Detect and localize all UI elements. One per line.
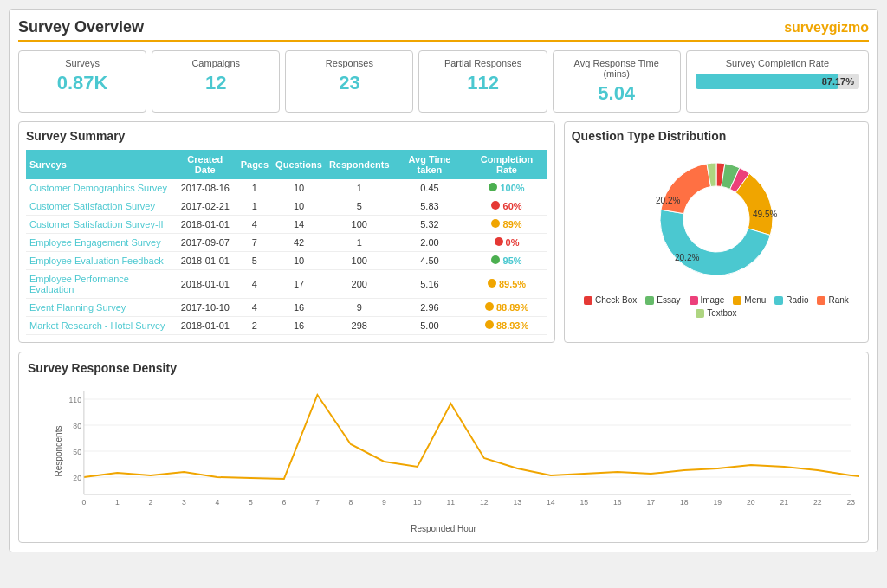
cell-questions: 10	[272, 252, 326, 270]
svg-text:80: 80	[73, 422, 81, 430]
legend-item: Rank	[817, 295, 848, 305]
cell-pages: 1	[237, 197, 272, 216]
kpi-surveys-label: Surveys	[28, 58, 137, 68]
completion-dot	[491, 255, 500, 264]
svg-text:16: 16	[613, 498, 622, 507]
legend-label: Check Box	[595, 295, 637, 305]
cell-respondents: 100	[326, 252, 393, 270]
cell-questions: 16	[272, 317, 326, 335]
cell-pages: 7	[237, 234, 272, 252]
svg-text:18: 18	[680, 498, 689, 507]
legend-label: Essay	[657, 295, 680, 305]
svg-text:10: 10	[413, 498, 422, 507]
cell-questions: 17	[272, 270, 326, 299]
svg-text:5: 5	[249, 498, 253, 507]
completion-rate-val: 60%	[503, 201, 522, 211]
question-dist-title: Question Type Distribution	[572, 129, 861, 143]
svg-text:6: 6	[282, 498, 286, 507]
completion-progress-text: 87.17%	[822, 76, 854, 87]
svg-text:49.5%: 49.5%	[753, 210, 777, 219]
svg-text:20.2%: 20.2%	[656, 196, 680, 205]
kpi-campaigns: Campaigns 12	[152, 50, 280, 113]
cell-questions: 14	[272, 216, 326, 234]
legend-label: Textbox	[707, 308, 736, 318]
table-row: Employee Performance Evaluation 2018-01-…	[26, 270, 547, 299]
kpi-avg-time: Avg Response Time (mins) 5.04	[553, 50, 681, 113]
col-pages: Pages	[237, 150, 272, 179]
dashboard: Survey Overview surveygizmo Surveys 0.87…	[9, 9, 878, 552]
cell-respondents: 5	[326, 197, 393, 216]
svg-text:21: 21	[780, 498, 789, 507]
question-dist-panel: Question Type Distribution 20.2% 20.2% 4…	[564, 121, 869, 343]
cell-avgtime: 5.83	[393, 197, 467, 216]
svg-text:11: 11	[447, 498, 456, 507]
svg-text:2: 2	[148, 498, 152, 507]
summary-table: Surveys Created Date Pages Questions Res…	[26, 150, 547, 335]
cell-respondents: 1	[326, 179, 393, 197]
kpi-responses-label: Responses	[295, 58, 404, 68]
cell-avgtime: 5.00	[393, 317, 467, 335]
legend-label: Image	[701, 295, 725, 305]
legend-item: Check Box	[584, 295, 637, 305]
cell-name: Employee Performance Evaluation	[26, 270, 173, 299]
completion-dot	[485, 320, 494, 329]
completion-dot	[489, 183, 497, 191]
cell-completion: 88.89%	[466, 299, 547, 317]
completion-rate-val: 89.5%	[499, 279, 526, 289]
legend-item: Textbox	[696, 308, 736, 318]
kpi-avg-time-label: Avg Response Time (mins)	[562, 58, 671, 79]
svg-text:20.2%: 20.2%	[675, 253, 699, 262]
cell-avgtime: 5.16	[393, 270, 467, 299]
kpi-campaigns-value: 12	[161, 72, 270, 94]
density-chart-wrapper: Respondents 2050801100123456789101112131…	[59, 382, 859, 520]
legend-color-box	[645, 296, 654, 305]
cell-name: Customer Satisfaction Survey-II	[26, 216, 173, 234]
legend-color-box	[817, 296, 825, 305]
density-line	[84, 395, 859, 479]
svg-text:20: 20	[73, 474, 81, 482]
cell-avgtime: 0.45	[393, 179, 467, 197]
completion-rate-val: 95%	[503, 255, 522, 266]
svg-text:4: 4	[215, 498, 219, 507]
kpi-partial-label: Partial Responses	[428, 58, 537, 68]
completion-progress-bar: 87.17%	[696, 74, 859, 89]
svg-text:17: 17	[647, 498, 656, 507]
cell-respondents: 200	[326, 270, 393, 299]
svg-text:9: 9	[382, 498, 386, 507]
cell-completion: 95%	[466, 252, 547, 270]
table-row: Employee Engagement Survey 2017-09-07 7 …	[26, 234, 547, 252]
completion-rate-val: 88.89%	[496, 302, 528, 313]
cell-pages: 4	[237, 216, 272, 234]
cell-name: Employee Evaluation Feedback	[26, 252, 173, 270]
svg-text:22: 22	[813, 498, 822, 507]
cell-completion: 0%	[466, 234, 547, 252]
cell-pages: 4	[237, 299, 272, 317]
svg-text:14: 14	[547, 498, 555, 507]
kpi-campaigns-label: Campaigns	[161, 58, 270, 68]
col-avgtime: Avg Time taken	[393, 150, 467, 179]
kpi-avg-time-value: 5.04	[562, 82, 671, 105]
completion-dot	[491, 219, 500, 228]
completion-rate-val: 100%	[500, 183, 524, 193]
cell-respondents: 100	[326, 216, 393, 234]
donut-chart: 20.2% 20.2% 49.5%	[572, 150, 861, 288]
brand-highlight: gizmo	[829, 20, 869, 35]
header: Survey Overview surveygizmo	[18, 18, 869, 42]
cell-date: 2018-01-01	[173, 252, 237, 270]
svg-text:23: 23	[847, 498, 856, 507]
cell-questions: 16	[272, 299, 326, 317]
legend-color-box	[690, 296, 698, 305]
brand-logo: surveygizmo	[784, 20, 869, 36]
survey-summary-title: Survey Summary	[26, 129, 547, 143]
cell-completion: 100%	[466, 179, 547, 197]
cell-avgtime: 5.32	[393, 216, 467, 234]
cell-date: 2018-01-01	[173, 216, 237, 234]
cell-avgtime: 2.96	[393, 299, 467, 317]
kpi-partial: Partial Responses 112	[418, 50, 547, 113]
cell-pages: 1	[237, 179, 272, 197]
cell-completion: 89%	[466, 216, 547, 234]
table-row: Event Planning Survey 2017-10-10 4 16 9 …	[26, 299, 547, 317]
col-surveys: Surveys	[26, 150, 173, 179]
cell-date: 2018-01-01	[173, 317, 237, 335]
kpi-completion: Survey Completion Rate 87.17%	[686, 50, 869, 113]
